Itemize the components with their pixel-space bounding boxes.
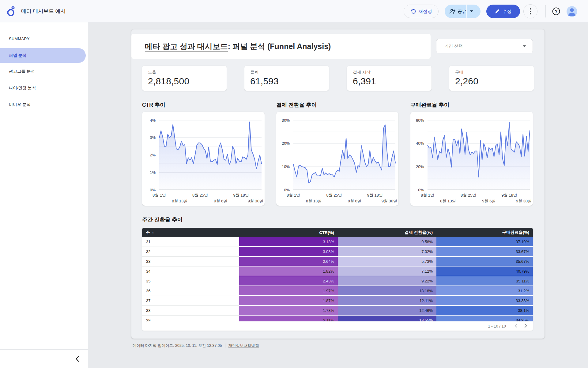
heatmap-cell: 3.03% xyxy=(239,247,338,257)
kpi-label: 결제 시작 xyxy=(353,70,432,75)
ctr-trend-chart[interactable]: 0%1%2%3%4%8월 1일8월 13일8월 25일9월 6일9월 18일9월… xyxy=(142,112,265,206)
edit-label: 수정 xyxy=(503,9,511,14)
kpi-label: 노출 xyxy=(148,70,227,75)
heatmap-cell: 38.1% xyxy=(436,306,533,316)
sort-ascending-icon: ▲ xyxy=(152,231,154,234)
svg-text:8월 25일: 8월 25일 xyxy=(326,193,342,197)
page-title: 메타 광고 성과 대시보드: 퍼널 분석 (Funnel Analysis) xyxy=(145,41,331,52)
heatmap-cell: 13.18% xyxy=(338,286,436,296)
kpi-card-clicks: 클릭 61,593 xyxy=(244,66,329,91)
heatmap-cell: 1.82% xyxy=(239,266,338,276)
week-cell: 31 xyxy=(142,237,239,247)
week-cell: 34 xyxy=(142,266,239,276)
person-icon xyxy=(567,6,577,17)
weekly-conversion-table: 주 ▲ CTR(%) 결제 전환율(%) 구매완료율(%) 313.13%9.5… xyxy=(142,228,533,331)
table-header-row: 주 ▲ CTR(%) 결제 전환율(%) 구매완료율(%) xyxy=(142,228,533,237)
report-title-block: 메타 광고 성과 대시보드: 퍼널 분석 (Funnel Analysis) xyxy=(131,34,431,59)
sidebar-item-page-4[interactable]: 비디오 분석 xyxy=(0,98,88,111)
table-row-week-33[interactable]: 332.64%5.73%35.67% xyxy=(142,257,533,266)
heatmap-cell: 9.22% xyxy=(338,276,436,286)
svg-text:?: ? xyxy=(555,9,558,14)
table-row-week-32[interactable]: 323.03%7.02%33.67% xyxy=(142,247,533,257)
heatmap-cell: 3.13% xyxy=(239,237,338,247)
heatmap-cell: 5.73% xyxy=(338,257,436,266)
last-updated-text: 데이터 마지막 업데이트: 2025. 10. 11. 오전 12:37:05 xyxy=(133,343,222,348)
table-row-week-31[interactable]: 313.13%9.58%37.19% xyxy=(142,237,533,247)
more-options-button[interactable] xyxy=(523,4,537,18)
column-header-week[interactable]: 주 ▲ xyxy=(142,230,239,235)
looker-logo[interactable] xyxy=(7,6,16,17)
table-row-week-37[interactable]: 371.87%12.11%33.33% xyxy=(142,296,533,306)
report-canvas: 메타 광고 성과 대시보드: 퍼널 분석 (Funnel Analysis) 기… xyxy=(88,22,588,368)
svg-text:30%: 30% xyxy=(282,118,290,123)
topbar-divider xyxy=(545,5,546,17)
sidebar-item-summary[interactable]: SUMMARY xyxy=(0,33,88,45)
date-range-placeholder: 기간 선택 xyxy=(444,44,463,49)
heatmap-cell: 12.46% xyxy=(338,306,436,316)
table-row-week-36[interactable]: 361.97%13.18%31.2% xyxy=(142,286,533,296)
table-row-week-34[interactable]: 341.82%7.12%40.79% xyxy=(142,266,533,276)
heatmap-cell: 2.11% xyxy=(239,316,338,321)
sidebar-divider xyxy=(0,349,88,350)
kpi-value: 2,818,500 xyxy=(148,76,227,86)
svg-text:1%: 1% xyxy=(150,170,156,175)
reset-button[interactable]: 재설정 xyxy=(404,5,439,18)
heatmap-cell: 31.2% xyxy=(436,286,533,296)
table-body: 313.13%9.58%37.19%323.03%7.02%33.67%332.… xyxy=(142,237,533,321)
vertical-dots-icon xyxy=(530,8,531,14)
column-header-ctr[interactable]: CTR(%) xyxy=(239,230,338,235)
date-range-selector[interactable]: 기간 선택 xyxy=(436,39,533,53)
person-add-icon xyxy=(449,9,455,14)
help-button[interactable]: ? xyxy=(552,7,560,15)
column-header-purchase-rate[interactable]: 구매완료율(%) xyxy=(436,230,533,235)
svg-text:8월 1일: 8월 1일 xyxy=(421,193,434,197)
privacy-policy-link[interactable]: 개인정보처리방침 xyxy=(228,343,259,348)
checkout-rate-chart-title: 결제 전환율 추이 xyxy=(276,101,317,109)
heatmap-cell: 7.02% xyxy=(338,247,436,257)
checkout-rate-trend-chart[interactable]: 0%10%20%30%8월 1일8월 13일8월 25일9월 6일9월 18일9… xyxy=(276,112,398,206)
sidebar-item-page-2[interactable]: 광고그룹 분석 xyxy=(0,65,88,78)
table-row-week-35[interactable]: 352.43%9.22%35.11% xyxy=(142,276,533,286)
report-footer: 데이터 마지막 업데이트: 2025. 10. 11. 오전 12:37:05 … xyxy=(133,343,259,348)
user-avatar[interactable] xyxy=(567,6,577,17)
page-sidebar: SUMMARY퍼널 분석광고그룹 분석나이/연령 분석비디오 분석 xyxy=(0,22,88,368)
edit-button[interactable]: 수정 xyxy=(486,5,520,18)
share-button[interactable]: 공유 xyxy=(445,5,481,18)
kpi-value: 2,260 xyxy=(455,76,534,86)
sidebar-item-page-1[interactable]: 퍼널 분석 xyxy=(0,48,86,63)
table-title: 주간 전환율 추이 xyxy=(142,216,183,223)
footer-divider xyxy=(225,343,225,348)
heatmap-cell: 33.67% xyxy=(436,247,533,257)
svg-text:8월 13일: 8월 13일 xyxy=(172,199,187,203)
kpi-card-checkout-start: 결제 시작 6,391 xyxy=(347,66,432,91)
table-row-week-38[interactable]: 381.78%12.46%38.1% xyxy=(142,306,533,316)
heatmap-cell: 2.64% xyxy=(239,257,338,266)
week-cell: 38 xyxy=(142,306,239,316)
week-cell: 36 xyxy=(142,286,239,296)
heatmap-cell: 1.78% xyxy=(239,306,338,316)
share-dropdown-button[interactable] xyxy=(466,5,476,18)
table-pagination: 1 - 10 / 10 xyxy=(142,321,533,331)
svg-text:20%: 20% xyxy=(416,164,424,169)
previous-page-button[interactable] xyxy=(513,323,519,330)
table-row-week-39[interactable]: 392.11%18.55%34.25% xyxy=(142,316,533,321)
svg-text:60%: 60% xyxy=(416,118,424,123)
svg-text:0%: 0% xyxy=(284,188,290,192)
column-header-checkout-rate[interactable]: 결제 전환율(%) xyxy=(338,230,436,235)
svg-text:40%: 40% xyxy=(416,141,424,146)
svg-text:9월 18일: 9월 18일 xyxy=(367,193,383,197)
week-cell: 37 xyxy=(142,296,239,306)
pencil-icon xyxy=(495,9,500,14)
sidebar-item-page-3[interactable]: 나이/연령 분석 xyxy=(0,82,88,94)
svg-text:0%: 0% xyxy=(418,188,424,192)
svg-text:4%: 4% xyxy=(150,118,156,123)
next-page-button[interactable] xyxy=(523,323,529,330)
collapse-sidebar-button[interactable] xyxy=(73,354,82,364)
week-cell: 35 xyxy=(142,276,239,286)
svg-text:3%: 3% xyxy=(150,135,156,140)
heatmap-cell: 35.11% xyxy=(436,276,533,286)
svg-text:9월 6일: 9월 6일 xyxy=(482,199,496,203)
purchase-rate-trend-chart[interactable]: 0%20%40%60%8월 1일8월 13일8월 25일9월 6일9월 18일9… xyxy=(410,112,533,206)
chevron-right-icon xyxy=(524,323,528,328)
week-cell: 33 xyxy=(142,257,239,266)
